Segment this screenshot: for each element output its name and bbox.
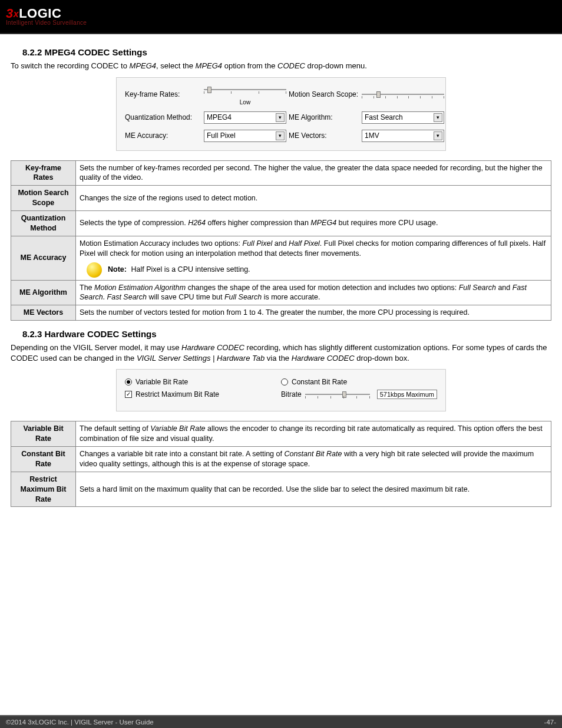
chevron-down-icon	[276, 113, 285, 122]
page-footer: ©2014 3xLOGIC Inc. | VIGIL Server - User…	[0, 715, 562, 728]
codec-settings-table: Key-frame Rates Sets the number of key-f…	[11, 160, 551, 321]
desc-motion-search-scope: Changes the size of the regions used to …	[76, 186, 551, 211]
me-accuracy-value: Full Pixel	[207, 131, 236, 140]
logo-tagline: Intelligent Video Surveillance	[6, 20, 87, 26]
term-variable-bit-rate: Variable Bit Rate	[11, 421, 76, 447]
constant-bit-rate-label: Constant Bit Rate	[292, 378, 347, 386]
page-content: 8.2.2 MPEG4 CODEC Settings To switch the…	[0, 34, 562, 539]
desc-restrict-max-bit-rate: Sets a hard limit on the maximum quality…	[76, 472, 551, 507]
quantization-method-value: MPEG4	[207, 113, 232, 121]
term-restrict-max-bit-rate: Restrict Maximum Bit Rate	[11, 472, 76, 507]
desc-constant-bit-rate: Changes a variable bit rate into a const…	[76, 447, 551, 472]
desc-keyframe-rates: Sets the number of key-frames recorded p…	[76, 160, 551, 186]
me-accuracy-label: ME Accuracy:	[125, 131, 201, 140]
keyframe-rates-label: Key-frame Rates:	[125, 90, 201, 98]
motion-search-scope-slider[interactable]	[362, 88, 444, 100]
bitrate-slider[interactable]	[305, 388, 370, 400]
term-constant-bit-rate: Constant Bit Rate	[11, 447, 76, 472]
chevron-down-icon	[276, 131, 285, 140]
table-row: Motion Search Scope Changes the size of …	[11, 186, 551, 211]
table-row: Key-frame Rates Sets the number of key-f…	[11, 160, 551, 186]
note-row: Note: Half Pixel is a CPU intensive sett…	[80, 262, 547, 278]
me-algorithm-dropdown[interactable]: Fast Search	[362, 111, 444, 124]
desc-me-vectors: Sets the number of vectors tested for mo…	[76, 305, 551, 321]
table-row: Variable Bit Rate The default setting of…	[11, 421, 551, 447]
desc-quantization-method: Selects the type of compression. H264 of…	[76, 211, 551, 236]
variable-bit-rate-label: Variable Bit Rate	[135, 378, 188, 386]
variable-bit-rate-radio[interactable]	[125, 378, 132, 386]
me-algorithm-value: Fast Search	[365, 113, 403, 121]
me-algorithm-label: ME Algorithm:	[289, 113, 359, 121]
table-row: Constant Bit Rate Changes a variable bit…	[11, 447, 551, 472]
section-822-intro: To switch the recording CODEC to MPEG4, …	[11, 61, 551, 71]
table-row: ME Algorithm The Motion Estimation Algor…	[11, 280, 551, 305]
footer-left: ©2014 3xLOGIC Inc. | VIGIL Server - User…	[6, 719, 154, 726]
section-823-intro: Depending on the VIGIL Server model, it …	[11, 342, 551, 363]
chevron-down-icon	[434, 113, 442, 122]
term-me-algorithm: ME Algorithm	[11, 280, 76, 305]
logo-name: LOGIC	[19, 6, 61, 21]
keyframe-slider-caption: Low	[204, 99, 286, 106]
keyframe-rates-slider[interactable]	[204, 84, 286, 95]
desc-me-accuracy: Motion Estimation Accuracy includes two …	[76, 236, 551, 280]
table-row: ME Vectors Sets the number of vectors te…	[11, 305, 551, 321]
logo-x: x	[14, 9, 19, 19]
term-me-accuracy: ME Accuracy	[11, 236, 76, 280]
bitrate-label: Bitrate	[281, 390, 302, 398]
term-me-vectors: ME Vectors	[11, 305, 76, 321]
logo: 3xLOGIC Intelligent Video Surveillance	[6, 7, 87, 26]
quantization-method-dropdown[interactable]: MPEG4	[204, 111, 286, 124]
footer-page-number: -47-	[544, 719, 556, 726]
restrict-max-bitrate-checkbox[interactable]	[125, 391, 132, 398]
desc-variable-bit-rate: The default setting of Variable Bit Rate…	[76, 421, 551, 447]
restrict-max-bitrate-label: Restrict Maximum Bit Rate	[135, 390, 219, 398]
chevron-down-icon	[434, 131, 442, 140]
page-header: 3xLOGIC Intelligent Video Surveillance	[0, 0, 562, 34]
note-text: Half Pixel is a CPU intensive setting.	[129, 265, 250, 274]
me-vectors-dropdown[interactable]: 1MV	[362, 130, 444, 142]
term-quantization-method: Quantization Method	[11, 211, 76, 236]
term-keyframe-rates: Key-frame Rates	[11, 160, 76, 186]
term-motion-search-scope: Motion Search Scope	[11, 186, 76, 211]
motion-search-scope-label: Motion Search Scope:	[289, 90, 359, 98]
lightbulb-icon	[87, 262, 102, 278]
bitrate-value: 571kbps Maximum	[377, 390, 437, 399]
me-accuracy-dropdown[interactable]: Full Pixel	[204, 130, 286, 142]
hardware-codec-panel: Variable Bit Rate Constant Bit Rate Rest…	[116, 369, 446, 411]
hardware-codec-table: Variable Bit Rate The default setting of…	[11, 421, 551, 507]
logo-3: 3	[6, 6, 14, 21]
me-vectors-value: 1MV	[365, 131, 379, 140]
desc-me-algorithm: The Motion Estimation Algorithm changes …	[76, 280, 551, 305]
me-vectors-label: ME Vectors:	[289, 131, 359, 140]
section-823-title: 8.2.3 Hardware CODEC Settings	[22, 329, 551, 339]
constant-bit-rate-radio[interactable]	[281, 378, 288, 386]
quantization-method-label: Quantization Method:	[125, 113, 201, 121]
section-822-title: 8.2.2 MPEG4 CODEC Settings	[22, 47, 551, 57]
codec-settings-panel: Key-frame Rates: Low Motion Search Scope…	[116, 77, 446, 151]
note-label: Note:	[108, 265, 127, 274]
table-row: Quantization Method Selects the type of …	[11, 211, 551, 236]
table-row: ME Accuracy Motion Estimation Accuracy i…	[11, 236, 551, 280]
table-row: Restrict Maximum Bit Rate Sets a hard li…	[11, 472, 551, 507]
